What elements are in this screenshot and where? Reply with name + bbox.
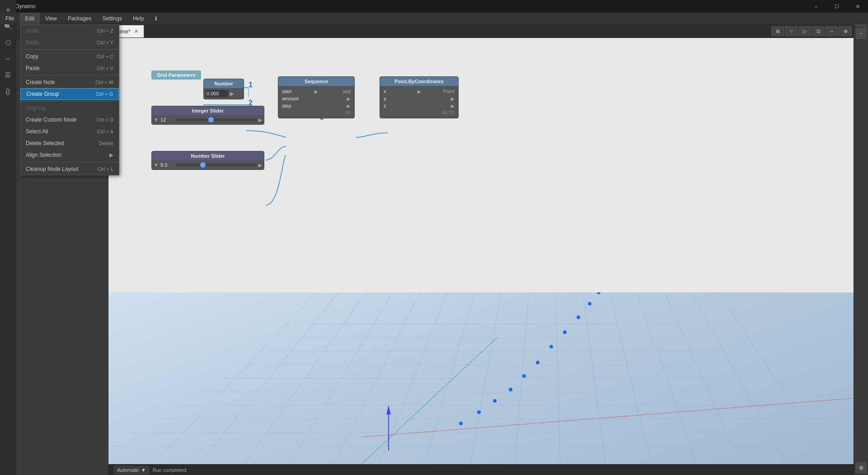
rt-fit[interactable]: ⊕ <box>856 462 867 473</box>
menu-copy[interactable]: Copy Ctrl + C <box>20 51 119 62</box>
callout-1: 1 <box>249 81 253 89</box>
close-button[interactable]: ✕ <box>847 0 868 13</box>
toolbar-camera-btn[interactable]: ⊞ <box>771 26 784 36</box>
run-mode-chevron: ▼ <box>141 467 146 473</box>
maximize-button[interactable]: ☐ <box>826 0 847 13</box>
node-int-slider-body: ▼ 12 ▶ <box>152 115 264 124</box>
menu-packages[interactable]: Packages <box>62 13 97 24</box>
svg-point-35 <box>477 410 481 414</box>
node-number[interactable]: Number 0.000 ▶ <box>203 79 244 99</box>
title-bar: R Dynamo – ☐ ✕ <box>0 0 868 13</box>
content-area: Home* ✕ ⊞ ○ ▷ ⊡ ↔ ⊕ + − ⊕ <box>108 24 868 475</box>
run-mode-dropdown[interactable]: Automatic ▼ <box>114 466 149 474</box>
int-slider-value: 12 <box>160 117 174 122</box>
node-sequence-header: Sequence <box>278 77 354 86</box>
menu-create-custom-node[interactable]: Create Custom Node Ctrl + D <box>20 114 119 126</box>
icon-code[interactable]: {} <box>2 85 14 98</box>
svg-point-43 <box>588 302 591 306</box>
menu-ungroup[interactable]: Ungroup <box>20 102 119 114</box>
node-point[interactable]: Point.ByCoordinates x ▶ Point y ▶ z ▶ <box>380 76 459 118</box>
icon-list[interactable]: ☰ <box>2 69 14 81</box>
right-toolbar: + − ⊕ <box>854 24 868 475</box>
left-icon-bar: ≡ 🔍 ⬡ ↔ ☰ {} <box>0 0 16 475</box>
menu-create-group[interactable]: Create Group Ctrl + G <box>20 88 119 100</box>
menu-paste[interactable]: Paste Ctrl + V <box>20 62 119 74</box>
tab-close-icon[interactable]: ✕ <box>134 28 138 34</box>
number-expand-btn[interactable]: ▶ <box>230 91 234 97</box>
seq-row-step: step ▶ <box>280 102 352 109</box>
int-slider-thumb[interactable] <box>208 117 214 122</box>
svg-point-34 <box>459 422 463 425</box>
tab-bar: Home* ✕ <box>108 24 868 38</box>
menu-file[interactable]: File <box>0 13 19 24</box>
toolbar-expand-btn[interactable]: ⊕ <box>839 26 852 36</box>
pt-row-x: x ▶ Point <box>382 88 456 95</box>
rt-zoom-out[interactable]: − <box>856 28 867 39</box>
run-mode-label: Automatic <box>117 467 139 473</box>
slider-expand-icon[interactable]: ▼ <box>154 117 159 122</box>
svg-line-31 <box>361 396 868 437</box>
node-num-slider-header: Number Slider <box>152 151 264 160</box>
num-slider-value: 9.3 <box>160 162 174 168</box>
app-title: Dynamo <box>15 3 36 9</box>
menu-select-all[interactable]: Select All Ctrl + A <box>20 126 119 137</box>
grid-parameters-label: Grid Parameters <box>151 71 201 80</box>
num-slider-thumb[interactable] <box>200 162 206 168</box>
icon-geometry[interactable]: ⬡ <box>2 36 14 49</box>
node-sequence-body: start ▶ seq amount ▶ step ▶ IIV <box>278 86 354 118</box>
menu-undo[interactable]: Undo Ctrl + Z <box>20 25 119 37</box>
3d-grid-svg: .gl { stroke: #8bb8d0; stroke-width: 0.5… <box>108 292 868 464</box>
svg-point-38 <box>522 374 526 378</box>
toolbar-zoom-fit-btn[interactable]: ○ <box>785 26 798 36</box>
seq-row-amount: amount ▶ <box>280 95 352 102</box>
node-integer-slider[interactable]: Integer Slider ▼ 12 ▶ <box>151 106 264 125</box>
canvas-area[interactable]: 1 2 3 Grid Parameters Number 0.000 ▶ Seq… <box>108 38 868 464</box>
num-slider-track[interactable] <box>176 164 257 166</box>
menu-settings[interactable]: Settings <box>97 13 127 24</box>
pt-footer: AUTO <box>382 109 456 116</box>
menu-delete-selected[interactable]: Delete Selected Delete <box>20 137 119 149</box>
seq-footer: IIV <box>280 109 352 116</box>
pt-row-z: z ▶ <box>382 102 456 109</box>
seq-row-start: start ▶ seq <box>280 88 352 95</box>
svg-point-37 <box>509 388 512 391</box>
run-status-text: Run completed. <box>153 467 188 473</box>
3d-viewport[interactable]: .gl { stroke: #8bb8d0; stroke-width: 0.5… <box>108 292 868 464</box>
node-number-slider[interactable]: Number Slider ▼ 9.3 ▶ <box>151 151 264 170</box>
number-value-display[interactable]: 0.000 <box>206 90 228 97</box>
menu-redo[interactable]: Redo Ctrl + Y <box>20 37 119 48</box>
toolbar-layout-btn[interactable]: ↔ <box>826 26 838 36</box>
node-point-body: x ▶ Point y ▶ z ▶ AUTO <box>380 86 458 118</box>
menu-info[interactable]: ℹ <box>150 13 163 24</box>
node-num-slider-body: ▼ 9.3 ▶ <box>152 160 264 169</box>
svg-point-42 <box>577 315 580 319</box>
node-point-header: Point.ByCoordinates <box>380 77 458 86</box>
status-bar: Automatic ▼ Run completed. <box>108 464 868 475</box>
node-sequence[interactable]: Sequence start ▶ seq amount ▶ step ▶ <box>278 76 355 118</box>
menu-edit[interactable]: Edit <box>19 13 40 24</box>
menu-cleanup-node-layout[interactable]: Cleanup Node Layout Ctrl + L <box>20 163 119 175</box>
separator-3 <box>20 101 119 101</box>
svg-line-30 <box>361 338 497 464</box>
main-layout: ≡ 🔍 ⬡ ↔ ☰ {} Library 🔍 ▶ R Revit <box>0 24 868 475</box>
rt-zoom-in[interactable]: + <box>856 24 867 26</box>
separator-2 <box>20 75 119 75</box>
icon-connect[interactable]: ↔ <box>2 52 14 65</box>
toolbar-run-btn[interactable]: ▷ <box>798 26 811 36</box>
svg-marker-33 <box>386 405 391 414</box>
menu-view[interactable]: View <box>40 13 62 24</box>
num-slider-end-icon: ▶ <box>258 163 262 168</box>
edit-dropdown-menu: Undo Ctrl + Z Redo Ctrl + Y Copy Ctrl + … <box>20 24 119 175</box>
menu-bar: File Edit View Packages Settings Help ℹ … <box>0 13 868 24</box>
menu-align-selection[interactable]: Align Selection ▶ <box>20 149 119 161</box>
num-slider-expand-icon[interactable]: ▼ <box>154 162 159 168</box>
svg-point-36 <box>493 399 497 403</box>
node-int-slider-header: Integer Slider <box>152 106 264 115</box>
toolbar-background-btn[interactable]: ⊡ <box>812 26 825 36</box>
minimize-button[interactable]: – <box>806 0 826 13</box>
menu-help[interactable]: Help <box>127 13 150 24</box>
node-number-header: Number <box>204 79 244 88</box>
menu-create-note[interactable]: Create Note Ctrl + W <box>20 76 119 88</box>
node-number-body: 0.000 ▶ <box>204 88 244 99</box>
int-slider-track[interactable] <box>176 118 257 121</box>
